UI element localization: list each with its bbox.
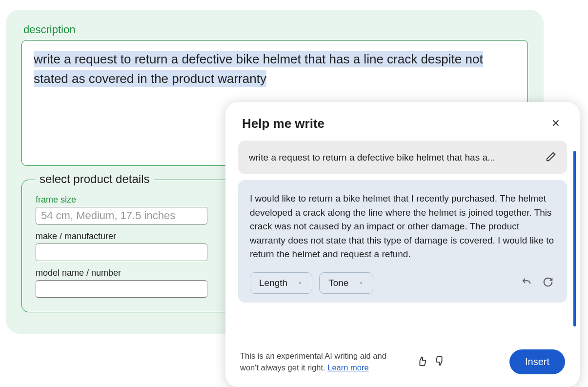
chevron-down-icon	[297, 280, 303, 286]
make-input[interactable]	[36, 244, 207, 261]
learn-more-link[interactable]: Learn more	[327, 363, 368, 372]
description-label: description	[23, 23, 528, 36]
suggestion-text: I would like to return a bike helmet tha…	[250, 192, 555, 262]
prompt-text: write a request to return a defective bi…	[249, 152, 495, 163]
scrollbar-accent[interactable]	[573, 151, 576, 326]
undo-button[interactable]	[519, 275, 534, 291]
thumbs-up-icon	[417, 356, 427, 367]
frame-size-input[interactable]	[36, 207, 207, 224]
model-input[interactable]	[36, 280, 207, 298]
tone-chip-label: Tone	[328, 278, 348, 288]
insert-button[interactable]: Insert	[509, 349, 565, 374]
suggestion-controls: Length Tone	[250, 272, 555, 294]
prompt-pill[interactable]: write a request to return a defective bi…	[238, 141, 567, 174]
undo-icon	[521, 277, 532, 287]
popup-title: Help me write	[242, 116, 324, 131]
regenerate-button[interactable]	[541, 275, 555, 291]
tone-chip[interactable]: Tone	[319, 272, 373, 294]
length-chip-label: Length	[259, 278, 287, 288]
thumbs-up-button[interactable]	[415, 354, 429, 370]
popup-header: Help me write	[225, 102, 580, 141]
fieldset-legend: select product details	[35, 172, 154, 186]
close-icon	[550, 118, 561, 128]
description-highlighted-text: write a request to return a defective bi…	[34, 51, 483, 87]
edit-prompt-button[interactable]	[546, 151, 556, 163]
popup-footer: This is an experimental AI writing aid a…	[225, 340, 580, 387]
close-button[interactable]	[548, 116, 563, 132]
refresh-icon	[543, 277, 553, 287]
pencil-icon	[546, 151, 556, 162]
thumbs-down-icon	[434, 356, 445, 367]
length-chip[interactable]: Length	[250, 272, 312, 294]
help-me-write-popup: Help me write write a request to return …	[225, 102, 580, 387]
thumbs-down-button[interactable]	[432, 354, 447, 370]
chevron-down-icon	[358, 280, 364, 286]
footer-disclaimer: This is an experimental AI writing aid a…	[240, 350, 406, 373]
suggestion-box: I would like to return a bike helmet tha…	[238, 180, 567, 303]
feedback-thumbs	[415, 354, 447, 370]
